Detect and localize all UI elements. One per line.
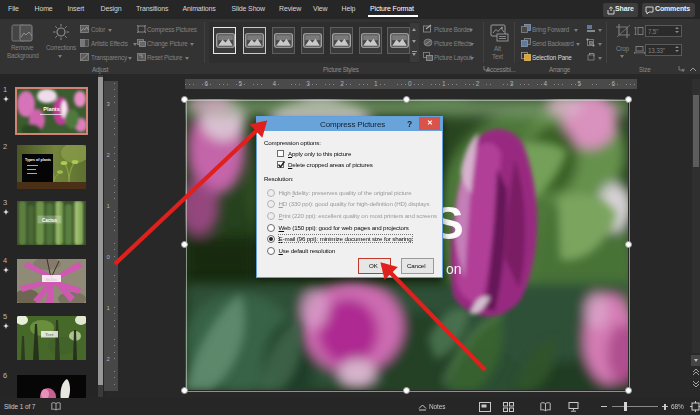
svg-text:Bulbs: Bulbs — [46, 277, 58, 282]
svg-text:Tree: Tree — [45, 332, 54, 337]
svg-text:Cactus: Cactus — [42, 218, 58, 223]
svg-text:Plants: Plants — [43, 106, 60, 112]
svg-text:Types of plants: Types of plants — [25, 158, 51, 162]
